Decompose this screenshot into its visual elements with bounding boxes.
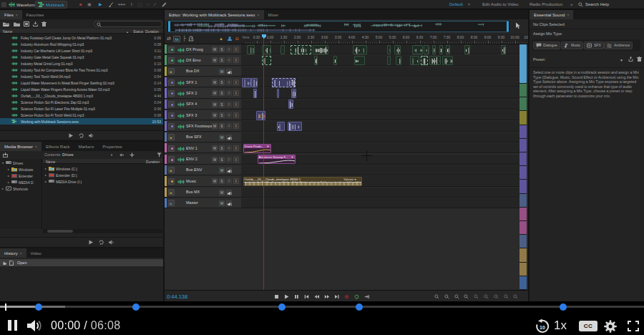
- trash-icon[interactable]: [42, 21, 47, 26]
- track-solo-button[interactable]: S: [219, 79, 225, 85]
- track-mute-button[interactable]: M: [219, 190, 225, 195]
- track-mute-button[interactable]: M: [212, 57, 218, 63]
- ibeam-icon[interactable]: I: [131, 1, 132, 8]
- track-record-arm-button[interactable]: R: [226, 123, 232, 129]
- track-record-arm-button[interactable]: R: [226, 47, 232, 52]
- file-row[interactable]: Working with Multitrack Sessions.sesx10:…: [0, 118, 163, 125]
- fullscreen-button[interactable]: [628, 321, 639, 331]
- audio-clip[interactable]: [387, 56, 391, 65]
- mix-type-music-button[interactable]: Music: [561, 42, 583, 49]
- track-monitor-button[interactable]: [226, 168, 232, 173]
- tree-item-windows[interactable]: ▸Windows: [0, 166, 42, 173]
- track-lane-sfx-footsteps[interactable]: [241, 121, 519, 131]
- clip-menu-caret-icon[interactable]: ▾: [291, 79, 293, 82]
- loop-playback-icon[interactable]: [354, 294, 359, 299]
- audio-clip[interactable]: Drone Produ...▾: [243, 144, 271, 153]
- playback-speed-button[interactable]: 1x: [554, 319, 567, 333]
- preset-dropdown-caret-icon[interactable]: ▼: [620, 58, 623, 62]
- track-mute-button[interactable]: M: [219, 200, 225, 206]
- waveform-view-button[interactable]: Waveform: [8, 1, 36, 9]
- track-mute-button[interactable]: M: [219, 69, 225, 74]
- navigator-right-handle[interactable]: [507, 21, 509, 32]
- track-header-env-2[interactable]: ENV 2MSRI: [165, 155, 241, 165]
- file-row[interactable]: Industry Aluminum Rod Whipping 01.mp30:0…: [0, 41, 163, 47]
- audio-clip[interactable]: [446, 45, 450, 54]
- pencil-tool-icon[interactable]: [162, 2, 167, 7]
- track-input-monitor-button[interactable]: I: [233, 90, 239, 96]
- audio-clip[interactable]: [291, 89, 296, 98]
- track-header-master[interactable]: »MasterM: [165, 198, 241, 208]
- solo-monitor-icon[interactable]: Ω: [235, 35, 239, 42]
- multitrack-view-button[interactable]: Multitrack: [35, 1, 67, 9]
- tree-item-drives[interactable]: ▾Drives: [0, 160, 42, 166]
- editor-tab-close-icon[interactable]: ×: [258, 13, 260, 17]
- audio-clip[interactable]: [501, 45, 506, 54]
- pause-button[interactable]: [8, 320, 17, 331]
- navigator-left-handle[interactable]: [168, 21, 170, 32]
- stop-icon[interactable]: [274, 294, 279, 299]
- track-header-env-1[interactable]: ENV 1MSRI: [165, 143, 241, 153]
- track-header-bus-mx[interactable]: »Bus MXM: [165, 188, 241, 198]
- media-col-duration[interactable]: Duration: [146, 160, 160, 164]
- track-mute-button[interactable]: M: [212, 102, 218, 107]
- audio-clip[interactable]: [387, 45, 391, 54]
- track-header-sfx-4[interactable]: SFX 4MSRI: [165, 99, 241, 110]
- workspace-overflow-icon[interactable]: »: [570, 2, 572, 6]
- record-icon[interactable]: ■: [79, 1, 82, 8]
- audio-clip[interactable]: [421, 56, 428, 65]
- track-minimap-scrollbar[interactable]: [519, 44, 527, 290]
- audio-clip[interactable]: [253, 89, 257, 98]
- zoom-out-point-icon[interactable]: [444, 294, 449, 299]
- media-browser-preview-autoplay-icon[interactable]: [109, 240, 114, 245]
- skip-cursor-icon[interactable]: [364, 294, 369, 299]
- media-browser-tab-markers[interactable]: Markers: [74, 142, 99, 151]
- preset-save-icon[interactable]: [628, 57, 633, 62]
- minimap-viewport-thumb[interactable]: [519, 44, 527, 83]
- audio-clip[interactable]: [314, 56, 318, 65]
- mix-type-dialogue-button[interactable]: Dialogue: [533, 42, 560, 49]
- files-preview-loop-icon[interactable]: [79, 133, 84, 138]
- audio-clip[interactable]: [247, 45, 255, 54]
- clip-volume-label[interactable]: Volume ▾: [343, 178, 356, 181]
- zoom-playhead-icon[interactable]: [474, 294, 479, 299]
- files-preview-play-icon[interactable]: [69, 133, 74, 138]
- file-row[interactable]: Industry Tool Torch Weld 04.mp30:54: [0, 73, 163, 79]
- media-row-windows-c-[interactable]: ▸Windows (C:): [43, 165, 162, 172]
- audio-clip[interactable]: Ovrlab_-_03_-_Clouds_timelapse 48000 1Vo…: [243, 177, 362, 186]
- cc-button[interactable]: CC: [579, 321, 597, 331]
- filter-icon[interactable]: [157, 152, 162, 157]
- audio-clip[interactable]: [353, 45, 367, 54]
- track-header-sfx-1[interactable]: SFX 1MSRI: [165, 77, 241, 87]
- media-browser-tab-properties[interactable]: Properties: [98, 142, 126, 151]
- track-input-monitor-button[interactable]: I: [233, 112, 239, 118]
- audio-clip[interactable]: [394, 45, 401, 54]
- track-mute-button[interactable]: M: [212, 79, 218, 85]
- track-lane-sfx-2[interactable]: [241, 88, 519, 98]
- file-row[interactable]: Foley Footstep Golf Cleats Jump On Metal…: [0, 34, 163, 41]
- track-solo-button[interactable]: S: [219, 102, 225, 107]
- lasso-icon[interactable]: ◌: [147, 1, 150, 8]
- audio-clip[interactable]: [464, 45, 470, 54]
- audio-clip[interactable]: [280, 45, 285, 54]
- monitor-icon[interactable]: ▣: [87, 1, 92, 8]
- track-record-arm-button[interactable]: R: [226, 178, 232, 184]
- media-browser-tab-media-browser[interactable]: Media Browser×: [0, 142, 42, 151]
- fx-rack-toggle[interactable]: fx: [173, 36, 180, 42]
- mix-type-sfx-button[interactable]: SFX: [584, 42, 604, 49]
- track-mute-button[interactable]: M: [212, 112, 218, 118]
- track-header-dx-emo[interactable]: DX EmoMSRI: [165, 55, 241, 65]
- media-browser-tab-effects-rack[interactable]: Effects Rack: [42, 142, 74, 151]
- replay-10-button[interactable]: 10: [534, 319, 551, 334]
- track-solo-button[interactable]: S: [219, 57, 225, 63]
- audio-clip[interactable]: [277, 89, 279, 98]
- track-input-monitor-button[interactable]: I: [233, 157, 239, 162]
- chapter-marker[interactable]: [132, 304, 140, 311]
- import-file-icon[interactable]: [14, 21, 20, 26]
- zoom-out-full-icon[interactable]: [454, 294, 459, 299]
- track-record-arm-button[interactable]: R: [226, 79, 232, 85]
- track-lane-env-1[interactable]: Drone Produ...▾: [241, 143, 519, 153]
- track-solo-button[interactable]: S: [219, 123, 225, 129]
- audio-clip[interactable]: [242, 78, 251, 87]
- time-selection-icon[interactable]: ↤↦: [118, 1, 125, 8]
- media-browser-preview-play-icon[interactable]: [89, 240, 94, 245]
